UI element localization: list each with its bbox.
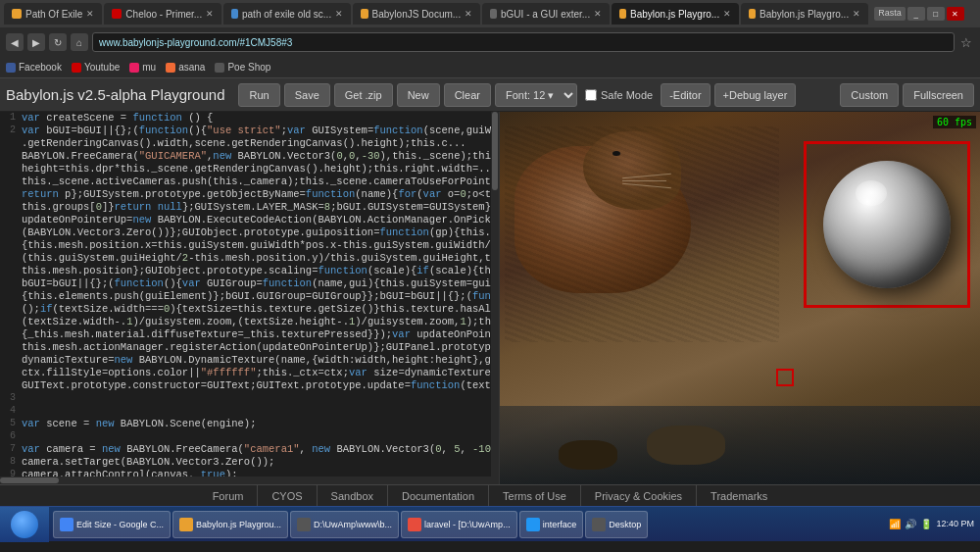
tab-babylon-playground-active[interactable]: Babylon.js Playgro... ✕: [612, 3, 739, 25]
line-content: ();if(textSize.width===0){textSize=this.…: [20, 303, 499, 315]
bookmark-star-icon[interactable]: ☆: [960, 35, 972, 50]
line-content: this._scene.activeCameras.push(this._cam…: [20, 176, 499, 187]
bookmark-facebook[interactable]: Facebook: [6, 62, 62, 73]
code-line-c1: .getRenderingCanvas().width,scene.getRen…: [0, 137, 499, 150]
tab-close-icon[interactable]: ✕: [206, 9, 214, 19]
line-content: {_this.mesh.material.diffuseTexture=_thi…: [20, 328, 499, 340]
tab-favicon: [619, 9, 626, 19]
line-content: (BABYLON.Vector3.Zero())};GUIObject.prot…: [20, 226, 499, 238]
maximize-button[interactable]: □: [927, 7, 945, 21]
taskbar-task-desktop[interactable]: Desktop: [585, 511, 648, 538]
clock[interactable]: 12:40 PM: [936, 518, 974, 530]
tab-close-icon[interactable]: ✕: [594, 9, 602, 19]
code-line-c13: {this.elements.push(guiElement)};bGUI.GU…: [0, 290, 499, 303]
line-content: dynamicTexture=new BABYLON.DynamicTextur…: [20, 354, 499, 366]
forward-button[interactable]: ▶: [27, 33, 45, 51]
close-button[interactable]: ✕: [947, 7, 964, 21]
bookmark-asana[interactable]: asana: [166, 62, 205, 73]
new-button[interactable]: New: [397, 83, 440, 107]
safe-mode-label: Safe Mode: [601, 89, 653, 101]
footer-terms[interactable]: Terms of Use: [489, 485, 581, 506]
getzip-button[interactable]: Get .zip: [334, 83, 393, 107]
tab-close-icon[interactable]: ✕: [723, 9, 731, 19]
line-content: var bGUI=bGUI||{};(function(){"use stric…: [20, 125, 499, 136]
line-content: return p};GUISystem.prototype.getObjectB…: [20, 188, 499, 200]
footer-sandbox[interactable]: Sandbox: [318, 485, 388, 506]
clear-button[interactable]: Clear: [444, 83, 491, 107]
small-red-selection: [776, 369, 794, 386]
tab-bgui[interactable]: bGUI - a GUI exter... ✕: [482, 3, 610, 25]
tab-path-of-exile[interactable]: Path Of Exile ✕: [4, 3, 102, 25]
fullscreen-button[interactable]: Fullscreen: [903, 83, 974, 107]
run-button[interactable]: Run: [238, 83, 279, 107]
taskbar-task-babylon[interactable]: Babylon.js Playgrou...: [172, 511, 288, 538]
code-line-c20: GUIText.prototype.constructor=GUIText;GU…: [0, 379, 499, 392]
debug-button[interactable]: +Debug layer: [714, 83, 797, 107]
line-content: ctx.fillStyle=options.color||"#ffffff";t…: [20, 367, 499, 378]
footer-privacy[interactable]: Privacy & Cookies: [581, 485, 697, 506]
home-button[interactable]: ⌂: [71, 33, 88, 51]
code-line-4: 4: [0, 405, 499, 418]
horizontal-scrollbar-thumb[interactable]: [0, 477, 59, 483]
footer: Forum CYOS Sandbox Documentation Terms o…: [0, 484, 980, 506]
asana-favicon: [166, 63, 175, 73]
code-editor[interactable]: 1 var createScene = function () { 2 var …: [0, 112, 500, 484]
line-content: this.groups[0]}return null};GUISystem.LA…: [20, 201, 499, 213]
network-icon: 📶: [889, 519, 901, 529]
taskbar-task-interface[interactable]: interface: [519, 511, 584, 538]
back-button[interactable]: ◀: [6, 33, 24, 51]
laravel-icon: [408, 518, 421, 531]
google-chrome-icon: [60, 518, 74, 531]
start-button[interactable]: [0, 507, 49, 542]
bookmark-youtube[interactable]: Youtube: [72, 62, 120, 73]
line-content: .getRenderingCanvas().width,scene.getRen…: [20, 137, 499, 149]
url-input[interactable]: www.babylonjs-playground.com/#1CMJ58#3: [92, 32, 955, 52]
tab-favicon: [749, 9, 756, 19]
footer-trademarks[interactable]: Trademarks: [697, 485, 781, 506]
font-select[interactable]: Font: 12 ▾: [495, 83, 577, 107]
code-line-c4: this._scene.activeCameras.push(this._cam…: [0, 176, 499, 188]
custom-button[interactable]: Custom: [840, 83, 899, 107]
line-content: {this.mesh.position.x=this.guiSystem.gui…: [20, 239, 499, 251]
mu-favicon: [129, 63, 139, 73]
vertical-scrollbar[interactable]: [491, 112, 499, 484]
refresh-button[interactable]: ↻: [49, 33, 67, 51]
bookmark-poe-shop[interactable]: Poe Shop: [215, 62, 270, 73]
line-content: var createScene = function () {: [20, 112, 499, 124]
taskbar-task-google[interactable]: Edit Size - Google C...: [53, 511, 171, 538]
tab-cheloo[interactable]: Cheloo - Primer... ✕: [104, 3, 221, 25]
footer-cyos[interactable]: CYOS: [258, 485, 317, 506]
safe-mode-checkbox[interactable]: [585, 89, 597, 101]
horizontal-scrollbar[interactable]: [0, 477, 491, 484]
tab-poe-old[interactable]: path of exile old sc... ✕: [223, 3, 351, 25]
tab-close-icon[interactable]: ✕: [86, 9, 94, 19]
tab-close-icon[interactable]: ✕: [465, 9, 472, 19]
taskbar-task-uwamp[interactable]: D:\UwAmp\www\b...: [290, 511, 399, 538]
code-line-c9: {this.mesh.position.x=this.guiSystem.gui…: [0, 239, 499, 252]
bookmark-label: Poe Shop: [227, 62, 270, 73]
red-border-selection: [804, 141, 970, 308]
footer-forum[interactable]: Forum: [199, 485, 259, 506]
line-content: {this.elements.push(guiElement)};bGUI.GU…: [20, 290, 499, 302]
code-line-7: 7 var camera = new BABYLON.FreeCamera("c…: [0, 443, 499, 456]
taskbar-task-laravel[interactable]: laravel - [D:\UwAmp...: [401, 511, 517, 538]
minimize-button[interactable]: _: [907, 7, 925, 21]
footer-documentation[interactable]: Documentation: [388, 485, 489, 506]
tab-close-icon[interactable]: ✕: [335, 9, 343, 19]
tab-close-icon[interactable]: ✕: [853, 9, 860, 19]
tab-label: path of exile old sc...: [242, 9, 331, 20]
start-orb-icon: [11, 511, 38, 538]
task-label: Edit Size - Google C...: [76, 520, 164, 529]
scene-canvas[interactable]: 60 fps: [500, 112, 980, 484]
facebook-favicon: [6, 63, 16, 73]
task-label: Babylon.js Playgrou...: [196, 520, 281, 529]
tab-babylonjs-docs[interactable]: BabylonJS Docum... ✕: [353, 3, 480, 25]
tab-babylon-playground-2[interactable]: Babylon.js Playgro... ✕: [741, 3, 868, 25]
code-line-c18: dynamicTexture=new BABYLON.DynamicTextur…: [0, 354, 499, 367]
user-indicator: Rasta: [874, 7, 906, 21]
editor-button[interactable]: -Editor: [661, 83, 710, 107]
vertical-scrollbar-thumb[interactable]: [492, 112, 498, 190]
line-content: var camera = new BABYLON.FreeCamera("cam…: [20, 443, 499, 455]
bookmark-mu[interactable]: mu: [129, 62, 156, 73]
save-button[interactable]: Save: [284, 83, 330, 107]
